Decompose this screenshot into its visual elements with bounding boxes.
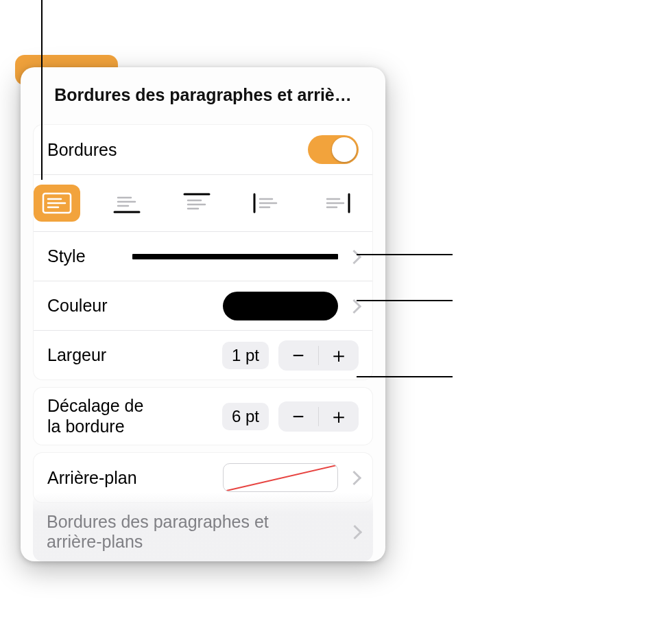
border-top-icon — [182, 192, 212, 214]
offset-row: Décalage de la bordure 6 pt − ＋ — [34, 388, 372, 445]
paragraph-borders-popover: Bordures des paragraphes et arriè… Bordu… — [21, 67, 385, 561]
background-label: Arrière-plan — [47, 468, 137, 488]
line-style-preview — [132, 254, 338, 259]
offset-value: 6 pt — [222, 403, 269, 430]
color-swatch — [223, 292, 338, 320]
border-position-right[interactable] — [313, 185, 360, 222]
width-stepper: − ＋ — [278, 340, 359, 371]
offset-decrease-button[interactable]: − — [278, 401, 318, 432]
offset-stepper: − ＋ — [278, 401, 359, 432]
border-bottom-icon — [112, 192, 142, 214]
width-value: 1 pt — [222, 342, 269, 369]
color-label: Couleur — [47, 296, 108, 316]
border-position-top[interactable] — [173, 185, 220, 222]
border-left-icon — [252, 192, 282, 214]
source-item-label: Bordures des paragraphes et arrière-plan… — [47, 512, 269, 552]
border-right-icon — [322, 192, 352, 214]
callout-leader-offset — [357, 376, 453, 377]
border-position-segments — [34, 174, 372, 231]
toggle-knob — [332, 137, 357, 162]
border-all-icon — [42, 192, 72, 214]
style-label: Style — [47, 246, 86, 266]
style-row[interactable]: Style — [34, 231, 372, 281]
callout-leader-width — [357, 300, 453, 301]
borders-label: Bordures — [47, 140, 117, 160]
width-row: Largeur 1 pt − ＋ — [34, 330, 372, 379]
offset-increase-button[interactable]: ＋ — [319, 401, 359, 432]
popover-title: Bordures des paragraphes et arriè… — [21, 80, 385, 117]
border-position-bottom[interactable] — [104, 185, 150, 222]
borders-toggle[interactable] — [308, 135, 359, 164]
chevron-right-icon — [348, 469, 359, 487]
border-position-all[interactable] — [34, 185, 80, 222]
width-label: Largeur — [47, 345, 106, 365]
source-list-item[interactable]: Bordures des paragraphes et arrière-plan… — [33, 493, 373, 561]
callout-leader-color — [357, 254, 453, 255]
chevron-right-icon — [348, 248, 359, 266]
borders-card: Bordures — [33, 124, 373, 380]
callout-leader-borders — [41, 0, 43, 180]
border-position-left[interactable] — [243, 185, 290, 222]
width-increase-button[interactable]: ＋ — [319, 340, 359, 371]
chevron-right-icon — [348, 523, 359, 541]
color-row[interactable]: Couleur — [34, 281, 372, 330]
offset-label: Décalage de la bordure — [47, 388, 143, 445]
offset-card: Décalage de la bordure 6 pt − ＋ — [33, 387, 373, 445]
borders-toggle-row: Bordures — [34, 125, 372, 174]
width-decrease-button[interactable]: − — [278, 340, 318, 371]
no-fill-swatch — [223, 463, 338, 492]
